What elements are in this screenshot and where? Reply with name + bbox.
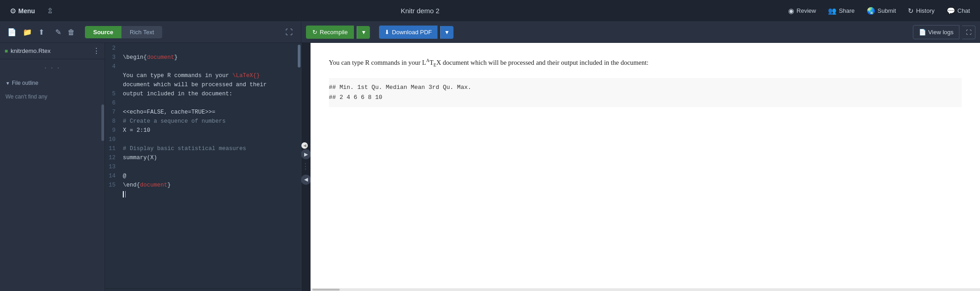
editor-tabs: Source Rich Text: [85, 26, 162, 38]
chevron-down-icon: ▼: [5, 81, 10, 86]
nav-right: ◉ Review 👥 Share 🌏 Submit ↻ History 💬 Ch…: [784, 5, 975, 17]
sidebar-drag-handle: · · ·: [0, 59, 105, 76]
preview-panel: You can type R commands in your LATEX do…: [311, 43, 980, 291]
delete-button[interactable]: 🗑: [65, 26, 78, 38]
submit-button[interactable]: 🌏 Submit: [862, 5, 901, 17]
upload-file-button[interactable]: ⬆: [36, 26, 47, 38]
recompile-button[interactable]: ↻ Recompile: [306, 26, 354, 39]
arrow-right-button[interactable]: ▶: [301, 149, 311, 159]
sidebar: ■ knitrdemo.Rtex ⋮ · · · ▼ File outline …: [0, 43, 105, 291]
main-content: ■ knitrdemo.Rtex ⋮ · · · ▼ File outline …: [0, 43, 980, 291]
table-data-row: ## 2 4 6 6 8 10: [329, 93, 962, 103]
preview-paragraph: You can type R commands in your LATEX do…: [329, 57, 962, 69]
logs-icon: 📄: [919, 29, 926, 36]
menu-label: Menu: [18, 7, 35, 15]
preview-toolbar: ↻ Recompile ▼ ⬇ Download PDF ▼ 📄 View lo…: [301, 22, 980, 42]
file-name-label: knitrdemo.Rtex: [11, 47, 50, 54]
arrow-left-button[interactable]: ◀: [301, 175, 311, 185]
preview-hscrollbar[interactable]: [311, 288, 980, 291]
rich-text-tab[interactable]: Rich Text: [121, 26, 162, 38]
submit-icon: 🌏: [867, 7, 875, 15]
chat-icon: 💬: [947, 7, 955, 15]
share-label: Share: [839, 7, 855, 14]
download-icon: ⬇: [385, 29, 390, 36]
file-toolbar-icons: 📄 📁 ⬆ ✎ 🗑: [5, 26, 78, 38]
open-file-button[interactable]: 📁: [20, 26, 35, 38]
upload-icon[interactable]: ⇫: [43, 5, 57, 17]
top-navigation: ⊙ Menu ⇫ Knitr demo 2 ◉ Review 👥 Share 🌏…: [0, 0, 980, 22]
editor-toolbar: 📄 📁 ⬆ ✎ 🗑 Source Rich Text ⛶: [0, 22, 301, 42]
submit-label: Submit: [878, 7, 896, 14]
line-numbers: 2 3 4 5 6 7 8 9 10 11 12 13 14 15: [105, 43, 119, 288]
sidebar-empty-message: We can't find any: [0, 90, 105, 104]
menu-button[interactable]: ⊙ Menu: [5, 5, 40, 17]
preview-actions-left: ↻ Recompile ▼ ⬇ Download PDF ▼: [306, 26, 453, 39]
split-handle: ▶ ··· ◀: [301, 43, 311, 291]
recompile-label: Recompile: [320, 29, 348, 36]
preview-table: ## Min. 1st Qu. Median Mean 3rd Qu. Max.…: [329, 78, 962, 107]
new-file-button[interactable]: 📄: [5, 26, 19, 38]
file-type-icon: ■: [5, 48, 8, 54]
file-name-display: ■ knitrdemo.Rtex: [5, 47, 51, 54]
editor-panel: 2 3 4 5 6 7 8 9 10 11 12 13 14 15 \begin…: [105, 43, 301, 291]
preview-actions-right: 📄 View logs ⛶: [913, 25, 975, 39]
chat-label: Chat: [958, 7, 970, 14]
preview-content: You can type R commands in your LATEX do…: [311, 43, 980, 288]
chat-button[interactable]: 💬 Chat: [942, 5, 975, 17]
review-icon: ◉: [788, 7, 794, 15]
menu-icon: ⊙: [10, 7, 16, 15]
share-button[interactable]: 👥 Share: [823, 5, 859, 17]
history-button[interactable]: ↻ History: [903, 5, 939, 17]
download-dropdown-button[interactable]: ▼: [440, 26, 453, 39]
file-outline-label: File outline: [12, 80, 38, 86]
split-drag-dots[interactable]: ···: [302, 163, 310, 171]
editor-hscrollbar[interactable]: [105, 288, 301, 291]
expand-editor-button[interactable]: ⛶: [282, 26, 296, 38]
sidebar-file-header: ■ knitrdemo.Rtex ⋮: [0, 43, 105, 59]
view-logs-label: View logs: [928, 29, 954, 36]
file-outline-toggle[interactable]: ▼ File outline: [0, 76, 105, 90]
review-button[interactable]: ◉ Review: [784, 5, 821, 17]
document-title: Knitr demo 2: [57, 7, 784, 15]
editor-content: 2 3 4 5 6 7 8 9 10 11 12 13 14 15 \begin…: [105, 43, 301, 288]
editor-vscrollbar[interactable]: [297, 43, 301, 288]
source-tab[interactable]: Source: [85, 26, 121, 38]
review-label: Review: [796, 7, 816, 14]
view-logs-button[interactable]: 📄 View logs: [913, 25, 959, 39]
sidebar-file-menu-button[interactable]: ⋮: [93, 47, 100, 55]
download-label: Download PDF: [392, 29, 432, 36]
toolbar-row: 📄 📁 ⬆ ✎ 🗑 Source Rich Text ⛶ ↻ Recompile…: [0, 22, 980, 43]
download-pdf-button[interactable]: ⬇ Download PDF: [379, 26, 437, 39]
edit-button[interactable]: ✎: [53, 26, 64, 38]
recompile-icon: ↻: [312, 29, 317, 36]
code-editor[interactable]: \begin{document} You can type R commands…: [119, 43, 301, 288]
history-icon: ↻: [908, 7, 914, 15]
table-row-1: ## Min. 1st Qu. Median Mean 3rd Qu. Max.…: [329, 78, 962, 107]
history-label: History: [916, 7, 934, 14]
view-logs-expand-button[interactable]: ⛶: [962, 26, 975, 39]
share-icon: 👥: [828, 7, 837, 15]
nav-left: ⊙ Menu ⇫: [5, 5, 57, 17]
recompile-dropdown-button[interactable]: ▼: [357, 26, 370, 39]
table-header-row: ## Min. 1st Qu. Median Mean 3rd Qu. Max.: [329, 83, 962, 93]
